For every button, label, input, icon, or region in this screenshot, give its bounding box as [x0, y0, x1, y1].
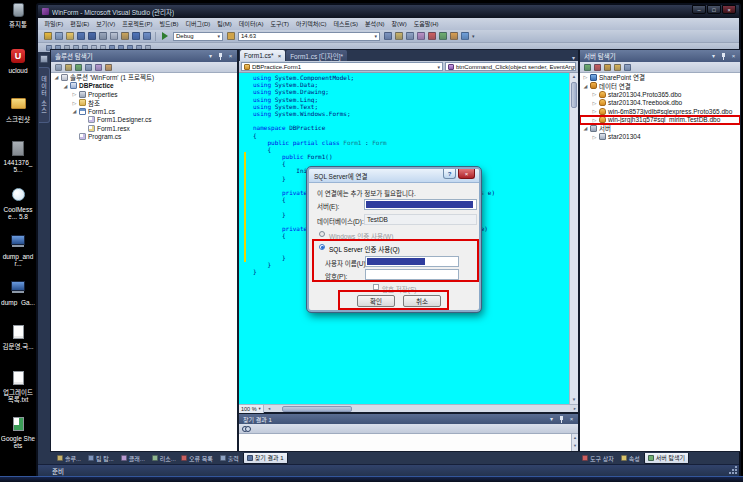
close-icon[interactable]: × [458, 169, 475, 179]
save-all-icon[interactable] [88, 32, 96, 40]
redo-icon[interactable] [143, 32, 151, 40]
cancel-button[interactable]: 취소 [403, 295, 441, 307]
menu-item[interactable]: 파일(F) [41, 18, 67, 30]
find-icon[interactable] [227, 32, 235, 40]
autohide-tab[interactable]: 데이터 소스 [39, 67, 50, 123]
window-position-icon[interactable]: ▾ [709, 52, 718, 61]
server-explorer-header[interactable]: 서버 탐색기 ▾ × [580, 50, 740, 62]
scroll-up-icon[interactable]: ▲ [570, 73, 578, 81]
toolbox-icon[interactable] [428, 32, 436, 40]
solution-configuration-dropdown[interactable]: Debug▾ [173, 32, 223, 41]
object-browser-icon[interactable] [417, 32, 425, 40]
cut-icon[interactable] [99, 32, 107, 40]
dock-tab[interactable]: 찾기 결과 1 [243, 453, 288, 464]
server-input[interactable] [364, 199, 477, 210]
window-position-icon[interactable]: ▾ [547, 415, 556, 424]
help-icon[interactable]: ? [443, 169, 456, 179]
desktop-icon[interactable]: ucloud [0, 46, 36, 92]
dock-tab[interactable]: 리소... [149, 453, 179, 464]
taskbar[interactable] [0, 476, 743, 482]
autohide-window-icon[interactable] [40, 55, 48, 63]
window-position-icon[interactable]: ▾ [206, 52, 215, 61]
dock-tab[interactable]: 도구 상자 [579, 453, 617, 464]
menu-item[interactable]: 창(W) [388, 18, 410, 30]
find-icon[interactable] [242, 426, 251, 432]
dock-tab[interactable]: 오류 목록 [178, 453, 216, 464]
horizontal-scrollbar[interactable]: 100 %▾ ◂ ▸ [239, 404, 578, 412]
find-results-header[interactable]: 찾기 결과 1 ▾ × [239, 414, 578, 424]
expander-icon[interactable]: ▷ [591, 91, 598, 97]
tree-item[interactable]: Form1.resx [51, 124, 237, 133]
scrollbar-thumb[interactable] [571, 82, 577, 108]
pin-icon[interactable] [216, 52, 225, 61]
editor-tab[interactable]: Form1.cs [디자인]* [286, 50, 347, 61]
close-icon[interactable]: × [226, 52, 235, 61]
expander-icon[interactable]: ◢ [582, 125, 589, 131]
scrollbar-thumb[interactable] [282, 406, 352, 412]
stop-refresh-icon[interactable] [594, 64, 601, 71]
dock-tab[interactable]: 팀 탐... [85, 453, 117, 464]
ok-button[interactable]: 확인 [357, 295, 395, 307]
menu-item[interactable]: 도움말(H) [410, 18, 442, 30]
desktop-icon[interactable]: dump_Ga... [0, 276, 36, 322]
expander-icon[interactable]: ◢ [71, 108, 78, 114]
desktop-icon[interactable]: 김문영.국... [0, 322, 36, 368]
tree-item[interactable]: ▷win-6m8573jvdlb#sqlexpress.Proto365.dbo [580, 107, 740, 116]
tab-overflow-icon[interactable]: ▾ [569, 54, 578, 61]
expander-icon[interactable]: ▷ [582, 74, 589, 80]
vertical-scrollbar[interactable]: ▲ ▼ [569, 73, 578, 404]
desktop-icon[interactable]: Google Sheets [0, 414, 36, 460]
connect-to-database-icon[interactable] [614, 64, 621, 71]
find-in-files-icon[interactable] [384, 32, 392, 40]
undo-icon[interactable] [132, 32, 140, 40]
open-file-icon[interactable] [66, 32, 74, 40]
expander-icon[interactable]: ◢ [582, 83, 589, 89]
expander-icon[interactable]: ▷ [591, 108, 598, 114]
menu-item[interactable]: 프로젝트(P) [119, 18, 156, 30]
resize-grip[interactable] [729, 466, 737, 474]
menu-item[interactable]: 아키텍처(C) [293, 18, 330, 30]
find-results-content[interactable]: ▲▼ [239, 434, 578, 451]
scroll-down-icon[interactable]: ▼ [570, 396, 578, 404]
password-input[interactable] [365, 269, 459, 280]
maximize-button[interactable]: □ [707, 5, 721, 14]
tree-item[interactable]: ◢DBPractice [51, 82, 237, 91]
menu-item[interactable]: 데이터(A) [235, 18, 267, 30]
tree-item[interactable]: ◢Form1.cs [51, 107, 237, 116]
start-debug-icon[interactable] [162, 32, 168, 40]
tree-item[interactable]: Form1.Designer.cs [51, 116, 237, 125]
editor-tab[interactable]: Form1.cs*× [240, 50, 285, 61]
refresh-icon[interactable] [75, 64, 82, 71]
tree-item[interactable]: ▷star201304.Proto365.dbo [580, 90, 740, 99]
properties-window-icon[interactable] [406, 32, 414, 40]
desktop-icon[interactable]: CoolMesse... 5.8 [0, 184, 36, 230]
tree-item[interactable]: ▷Properties [51, 90, 237, 99]
add-connection-icon[interactable] [604, 64, 611, 71]
dock-tab[interactable]: 출력 [217, 453, 242, 464]
desktop-icon[interactable]: 스크린샷 [0, 92, 36, 138]
show-all-files-icon[interactable] [65, 64, 72, 71]
new-project-icon[interactable] [44, 32, 52, 40]
desktop-icon[interactable]: 1441376_5... [0, 138, 36, 184]
expander-icon[interactable]: ▷ [591, 134, 598, 140]
database-input[interactable]: TestDB [364, 214, 477, 225]
refresh-icon[interactable] [584, 64, 591, 71]
scroll-left-icon[interactable]: ◂ [266, 406, 272, 411]
menu-item[interactable]: 빌드(B) [156, 18, 182, 30]
tree-item[interactable]: ▷참조 [51, 99, 237, 108]
server-explorer-icon[interactable] [439, 32, 447, 40]
close-button[interactable]: × [722, 5, 736, 14]
menu-item[interactable]: 도구(T) [267, 18, 293, 30]
close-icon[interactable]: × [729, 52, 738, 61]
expander-icon[interactable]: ▷ [71, 91, 78, 97]
expander-icon[interactable]: ◢ [53, 74, 60, 80]
windows-auth-radio[interactable] [319, 231, 325, 237]
title-bar[interactable]: WinForm - Microsoft Visual Studio (관리자) … [38, 5, 739, 18]
expander-icon[interactable]: ▷ [591, 100, 598, 106]
expander-icon[interactable]: ▷ [71, 100, 78, 106]
close-tab-icon[interactable]: × [278, 53, 282, 59]
pin-icon[interactable] [557, 415, 566, 424]
save-password-checkbox[interactable] [373, 284, 379, 290]
toolbar-overflow-icon[interactable]: ▾ [472, 33, 475, 39]
save-icon[interactable] [77, 32, 85, 40]
